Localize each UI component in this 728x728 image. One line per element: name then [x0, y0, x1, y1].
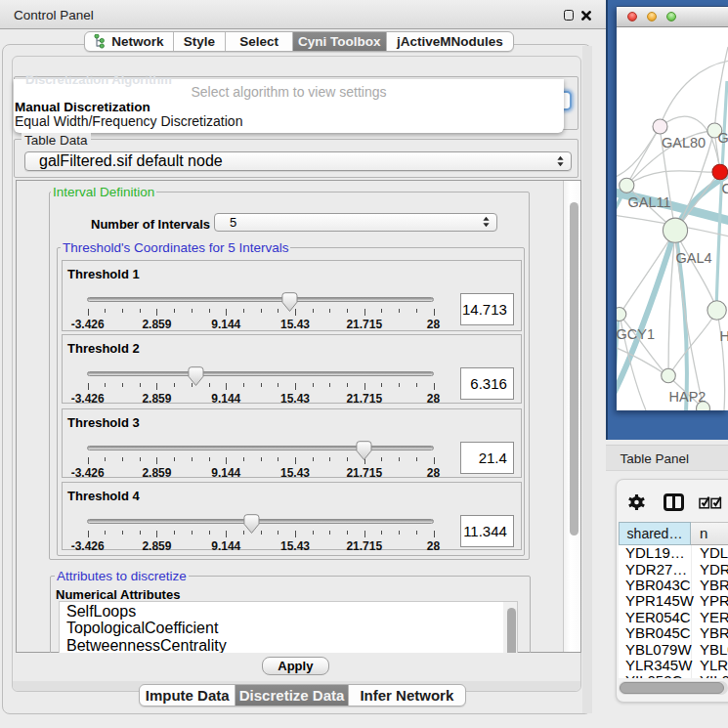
svg-text:CDC19: CDC19: [722, 181, 728, 196]
svg-text:GAL11: GAL11: [628, 194, 671, 210]
svg-text:GAL80: GAL80: [662, 135, 706, 150]
svg-text:GCY1: GCY1: [617, 326, 655, 342]
svg-text:GAL4: GAL4: [676, 250, 712, 266]
svg-text:HIS4: HIS4: [720, 328, 728, 344]
svg-text:GAL3: GAL3: [718, 130, 728, 146]
svg-text:HAP2: HAP2: [669, 389, 707, 405]
